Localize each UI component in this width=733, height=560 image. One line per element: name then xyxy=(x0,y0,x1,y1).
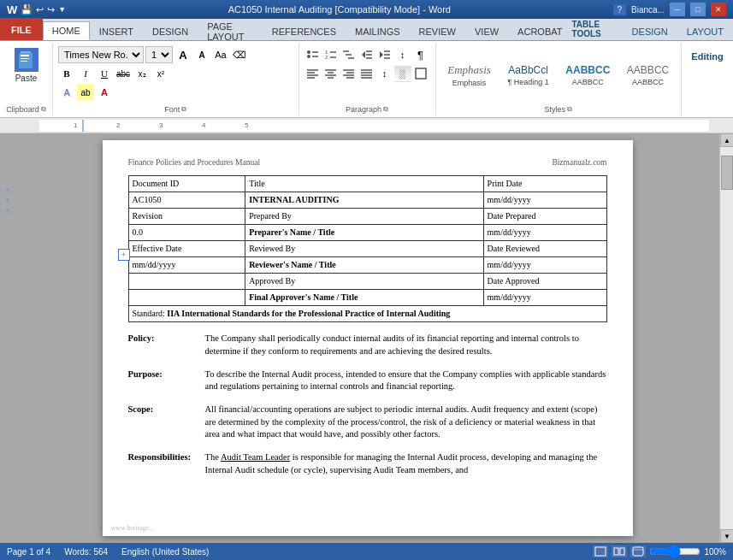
paragraph-expand-icon[interactable]: ⧉ xyxy=(383,105,388,114)
font-expand-icon[interactable]: ⧉ xyxy=(181,105,186,114)
tab-table-layout[interactable]: LAYOUT xyxy=(677,21,733,40)
audit-team-leader-text: Audit Team Leader xyxy=(221,452,290,462)
line-spacing-button[interactable]: ↕ xyxy=(376,65,393,82)
scroll-down-button[interactable]: ▼ xyxy=(720,529,733,543)
scrollbar-thumb[interactable] xyxy=(721,156,733,190)
sort-button[interactable]: ↕ xyxy=(394,46,411,63)
numbering-button[interactable]: 1.2. xyxy=(322,46,340,63)
sidebar-paragraph-mark-2: ¶ xyxy=(6,197,9,205)
table-cell-doc-id-label: Document ID xyxy=(128,176,245,192)
tab-review[interactable]: REVIEW xyxy=(410,21,465,40)
table-row: Document ID Title Print Date xyxy=(128,176,606,192)
font-shrink-button[interactable]: A xyxy=(193,46,210,63)
style-heading2-preview: AABBCC xyxy=(565,64,610,76)
responsibilities-content: The Audit Team Leader is responsible for… xyxy=(205,451,607,476)
italic-button[interactable]: I xyxy=(77,65,94,82)
tab-acrobat[interactable]: ACROBAT xyxy=(508,21,571,40)
font-name-select[interactable]: Times New Ro... xyxy=(58,46,144,63)
table-cell-reviewed-by-label: Reviewed By xyxy=(245,241,483,257)
tab-insert[interactable]: INSERT xyxy=(90,21,143,40)
subscript-button[interactable]: x₂ xyxy=(133,65,151,82)
paste-button[interactable]: Paste xyxy=(13,46,40,85)
close-btn[interactable]: ✕ xyxy=(711,3,726,16)
table-cell-effective-date-val: mm/dd/yyyy xyxy=(128,257,245,274)
scroll-up-button[interactable]: ▲ xyxy=(720,133,733,147)
font-footer: Font ⧉ xyxy=(53,105,299,114)
scope-label: Scope: xyxy=(128,404,205,441)
zoom-slider[interactable] xyxy=(649,546,700,557)
superscript-button[interactable]: x² xyxy=(152,65,169,82)
user-info[interactable]: Bianca... xyxy=(631,5,665,15)
tab-mailings[interactable]: MAILINGS xyxy=(346,21,410,40)
quick-access-undo[interactable]: ↩ xyxy=(36,4,44,15)
policy-section: Policy: The Company shall periodically c… xyxy=(128,333,607,357)
style-heading3-preview: AABBCC xyxy=(627,64,669,76)
help-icon[interactable]: ? xyxy=(613,4,627,15)
table-row: Approved By Date Approved xyxy=(128,274,606,290)
strikethrough-button[interactable]: abc xyxy=(115,65,132,82)
zoom-level: 100% xyxy=(704,547,726,557)
font-grow-button[interactable]: A xyxy=(174,46,192,63)
status-bar: Page 1 of 4 Words: 564 English (United S… xyxy=(0,543,733,560)
font-case-button[interactable]: Aa xyxy=(212,46,229,63)
document[interactable]: Finance Policies and Procedures Manual B… xyxy=(103,140,633,536)
tab-page-layout[interactable]: PAGE LAYOUT xyxy=(198,21,263,40)
sidebar-paragraph-mark-3: ¶ xyxy=(6,207,9,215)
tab-table-design[interactable]: DESIGN xyxy=(623,21,677,40)
style-emphasis-label: Emphasis xyxy=(452,79,487,87)
tab-home[interactable]: HOME xyxy=(43,21,90,40)
clipboard-expand-icon[interactable]: ⧉ xyxy=(41,105,46,114)
style-heading3[interactable]: AABBCC AABBCC xyxy=(620,60,676,91)
font-clear-button[interactable]: ⌫ xyxy=(231,46,248,63)
align-left-button[interactable] xyxy=(304,65,322,82)
table-cell-print-date-label: Print Date xyxy=(483,176,606,192)
styles-expand-icon[interactable]: ⧉ xyxy=(567,105,572,114)
decrease-indent-button[interactable] xyxy=(358,46,375,63)
style-heading2[interactable]: AABBCC AABBCC xyxy=(559,60,617,91)
font-size-select[interactable]: 12 xyxy=(145,46,173,63)
scope-content: All financial/accounting operations are … xyxy=(205,404,607,441)
border-button[interactable] xyxy=(412,65,429,82)
align-center-button[interactable] xyxy=(322,65,340,82)
underline-button[interactable]: U xyxy=(96,65,113,82)
justify-button[interactable] xyxy=(358,65,375,82)
table-cell-preparer-name: Preparer's Name / Title xyxy=(245,225,483,241)
table-row: Revision Prepared By Date Prepared xyxy=(128,209,606,225)
font-color-button[interactable]: A xyxy=(96,84,113,101)
content-area: ¶ ¶ ¶ Finance Policies and Procedures Ma… xyxy=(0,133,733,543)
view-full-reading-button[interactable] xyxy=(612,545,627,557)
style-emphasis[interactable]: Emphasis Emphasis xyxy=(441,59,498,91)
style-heading1[interactable]: AaBbCcl ¶ Heading 1 xyxy=(501,60,556,91)
bold-button[interactable]: B xyxy=(58,65,75,82)
table-row: 0.0 Preparer's Name / Title mm/dd/yyyy xyxy=(128,225,606,241)
tab-references[interactable]: REFERENCES xyxy=(263,21,346,40)
shading-button[interactable]: ░ xyxy=(394,65,411,82)
show-hide-button[interactable]: ¶ xyxy=(412,46,429,63)
policy-label: Policy: xyxy=(128,333,205,357)
tab-view[interactable]: VIEW xyxy=(465,21,508,40)
view-print-button[interactable] xyxy=(593,545,608,557)
quick-access-customize[interactable]: ▼ xyxy=(58,5,66,14)
text-effect-button[interactable]: A xyxy=(58,84,75,101)
view-web-layout-button[interactable] xyxy=(630,545,646,557)
document-wrapper: Finance Policies and Procedures Manual B… xyxy=(15,133,719,543)
svg-text:2.: 2. xyxy=(325,55,329,60)
bullets-button[interactable] xyxy=(304,46,322,63)
table-cell-revision-val: 0.0 xyxy=(128,225,245,241)
clipboard-footer: Clipboard ⧉ xyxy=(0,105,52,114)
maximize-btn[interactable]: □ xyxy=(690,3,706,16)
multilevel-list-button[interactable] xyxy=(340,46,358,63)
quick-access-save[interactable]: 💾 xyxy=(21,4,33,15)
add-row-button[interactable]: + xyxy=(118,249,130,261)
quick-access-redo[interactable]: ↪ xyxy=(47,4,55,15)
minimize-btn[interactable]: ─ xyxy=(670,3,685,16)
tab-design[interactable]: DESIGN xyxy=(143,21,198,40)
align-right-button[interactable] xyxy=(340,65,358,82)
table-cell-empty-2 xyxy=(128,290,245,306)
paragraph-footer: Paragraph ⧉ xyxy=(299,105,435,114)
scrollbar-track[interactable] xyxy=(720,147,733,529)
svg-rect-42 xyxy=(614,548,618,555)
highlight-button[interactable]: ab xyxy=(77,84,94,101)
increase-indent-button[interactable] xyxy=(376,46,393,63)
tab-file[interactable]: FILE xyxy=(0,18,43,40)
